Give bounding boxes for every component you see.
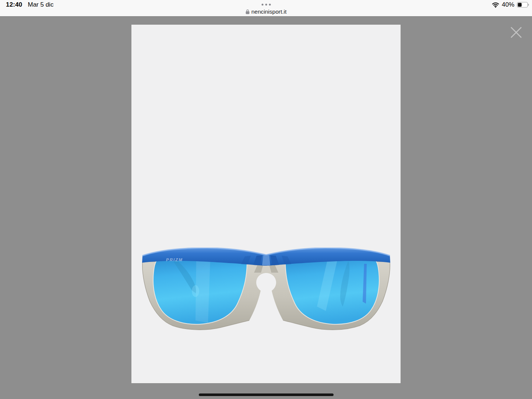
- product-image-panel[interactable]: PRIZM: [131, 25, 401, 383]
- status-left: 12:40 Mar 5 dic: [6, 1, 53, 8]
- battery-percent: 40%: [502, 1, 514, 8]
- status-time: 12:40: [6, 1, 22, 8]
- lightbox-overlay[interactable]: PRIZM: [0, 17, 532, 399]
- url-host: nencinisport.it: [251, 8, 287, 15]
- sunglasses-image: PRIZM: [142, 248, 391, 330]
- prizm-watermark: PRIZM: [166, 258, 183, 262]
- address-bar[interactable]: nencinisport.it: [0, 8, 532, 16]
- close-button[interactable]: [508, 24, 524, 41]
- battery-icon: [517, 2, 529, 8]
- ellipsis-dot: [265, 4, 267, 6]
- page-options-icon[interactable]: [261, 4, 271, 6]
- home-indicator[interactable]: [199, 393, 334, 396]
- close-icon: [510, 26, 522, 39]
- browser-topbar: 12:40 Mar 5 dic 40%: [0, 0, 532, 17]
- lock-icon: [246, 9, 250, 14]
- status-date: Mar 5 dic: [28, 1, 53, 8]
- ellipsis-dot: [269, 4, 271, 6]
- wifi-icon: [492, 2, 499, 8]
- ellipsis-dot: [261, 4, 263, 6]
- screen: 12:40 Mar 5 dic 40%: [0, 0, 532, 399]
